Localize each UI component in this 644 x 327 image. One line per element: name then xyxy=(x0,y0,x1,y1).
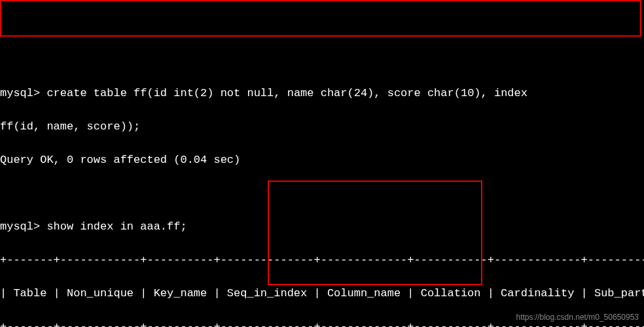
terminal-output: mysql> create table ff(id int(2) not nul… xyxy=(0,67,644,327)
blank-line xyxy=(0,185,644,202)
cmd-show-index[interactable]: mysql> show index in aaa.ff; xyxy=(0,218,644,235)
watermark-text: https://blog.csdn.net/m0_50650953 xyxy=(516,311,639,323)
mysql-prompt: mysql> xyxy=(0,220,40,233)
response-query-ok: Query OK, 0 rows affected (0.04 sec) xyxy=(0,152,644,169)
cmd-create-line1[interactable]: mysql> create table ff(id int(2) not nul… xyxy=(0,85,644,102)
cmd-create-line2[interactable]: ff(id, name, score)); xyxy=(0,118,644,135)
table-border: +-------+------------+----------+-------… xyxy=(0,252,644,269)
table-header: | Table | Non_unique | Key_name | Seq_in… xyxy=(0,285,644,302)
highlight-box-command xyxy=(0,0,641,37)
mysql-prompt: mysql> xyxy=(0,87,40,99)
